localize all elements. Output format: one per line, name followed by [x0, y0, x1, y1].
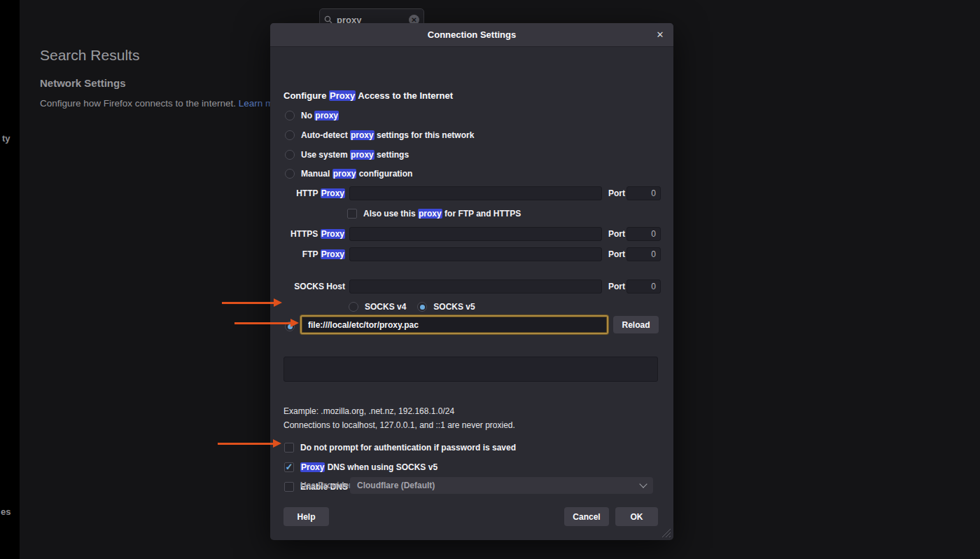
description-text: Configure how Firefox connects to the in… [40, 98, 239, 109]
proxy-dns-row[interactable]: ✓ Proxy DNS when using SOCKS v5 [284, 460, 438, 474]
annotation-arrow-pac-url [234, 322, 290, 324]
http-proxy-input[interactable] [349, 186, 602, 200]
reload-button[interactable]: Reload [613, 316, 659, 333]
no-proxy-example-text: Example: .mozilla.org, .net.nz, 192.168.… [284, 406, 454, 416]
http-port-label: Port [608, 188, 624, 198]
annotation-arrow-automatic-proxy [222, 302, 274, 304]
sidebar-item-fragment-top: ty [2, 133, 10, 144]
https-proxy-label: HTTPS Proxy [284, 229, 345, 239]
section-title-network-settings: Network Settings [40, 77, 126, 89]
auto-detect-proxy-label: Auto-detect proxy settings for this netw… [301, 130, 474, 140]
no-proxy-radio[interactable] [285, 111, 295, 120]
radio-row-auto-detect[interactable]: Auto-detect proxy settings for this netw… [285, 128, 474, 142]
socks-v4-label: SOCKS v4 [365, 302, 406, 312]
dialog-heading: Configure Proxy Access to the Internet [284, 90, 453, 101]
cancel-button[interactable]: Cancel [564, 507, 609, 526]
socks-v4-radio[interactable] [349, 302, 358, 312]
socks-port-label: Port [608, 282, 624, 291]
no-auth-prompt-label: Do not prompt for authentication if pass… [300, 443, 516, 453]
no-proxy-for-textarea[interactable] [284, 357, 658, 382]
localhost-note-text: Connections to localhost, 127.0.0.1, and… [284, 420, 515, 430]
sidebar-item-fragment-bottom: es [1, 506, 10, 517]
close-icon[interactable]: ✕ [652, 27, 668, 43]
socks-v5-radio[interactable] [417, 302, 427, 312]
proxy-dns-checkbox[interactable]: ✓ [284, 462, 294, 472]
auth-prompt-row[interactable]: ✓ Do not prompt for authentication if pa… [284, 441, 516, 455]
pac-url-input[interactable] [300, 315, 608, 334]
radio-row-manual-proxy[interactable]: Manual proxy configuration [285, 167, 412, 181]
dialog-title: Connection Settings [270, 23, 673, 46]
pac-url-row: Reload [300, 315, 659, 334]
ok-button[interactable]: OK [615, 507, 658, 526]
https-proxy-row: HTTPS Proxy Port [284, 227, 661, 241]
manual-proxy-radio[interactable] [285, 169, 295, 179]
socks-host-label: SOCKS Host [284, 282, 345, 291]
socks-host-row: SOCKS Host Port [284, 280, 661, 294]
connection-settings-dialog: Connection Settings ✕ Configure Proxy Ac… [270, 23, 673, 540]
dns-over-https-checkbox[interactable]: ✓ [284, 482, 294, 492]
also-use-proxy-checkbox[interactable]: ✓ [347, 209, 357, 219]
ftp-proxy-input[interactable] [349, 247, 602, 261]
radio-row-system-proxy[interactable]: Use system proxy settings [285, 148, 409, 162]
ftp-proxy-label: FTP Proxy [284, 249, 345, 259]
dialog-footer: Help Cancel OK [284, 507, 658, 526]
dns-provider-row: Use Provider Cloudflare (Default) [300, 477, 653, 494]
network-settings-description: Configure how Firefox connects to the in… [40, 98, 287, 109]
socks-port-input[interactable] [626, 280, 661, 294]
dns-provider-value: Cloudflare (Default) [357, 481, 640, 490]
https-proxy-input[interactable] [349, 227, 602, 241]
system-proxy-label: Use system proxy settings [301, 150, 409, 160]
annotation-arrow-proxy-dns [218, 443, 273, 445]
proxy-dns-label: Proxy DNS when using SOCKS v5 [300, 462, 438, 472]
socks-host-input[interactable] [349, 280, 602, 294]
chevron-down-icon [639, 480, 647, 488]
also-use-proxy-row[interactable]: ✓ Also use this proxy for FTP and HTTPS [347, 207, 521, 221]
socks-version-row: SOCKS v4 SOCKS v5 [349, 300, 475, 314]
no-auth-prompt-checkbox[interactable]: ✓ [284, 443, 294, 453]
http-proxy-label: HTTP Proxy [284, 188, 345, 198]
dialog-header: Connection Settings ✕ [270, 23, 673, 47]
no-proxy-label: No proxy [301, 111, 339, 120]
system-proxy-radio[interactable] [285, 150, 295, 160]
https-port-label: Port [608, 229, 624, 239]
ftp-port-label: Port [608, 249, 624, 259]
resize-grip[interactable] [662, 528, 671, 537]
http-proxy-row: HTTP Proxy Port [284, 186, 661, 200]
http-port-input[interactable] [626, 186, 661, 200]
ftp-port-input[interactable] [626, 247, 661, 261]
dns-provider-select[interactable]: Cloudflare (Default) [350, 477, 653, 494]
manual-proxy-label: Manual proxy configuration [301, 169, 412, 179]
https-port-input[interactable] [626, 227, 661, 241]
page-title: Search Results [40, 47, 139, 64]
use-provider-label: Use Provider [300, 481, 346, 490]
ftp-proxy-row: FTP Proxy Port [284, 247, 661, 261]
auto-detect-proxy-radio[interactable] [285, 130, 295, 140]
radio-row-no-proxy[interactable]: No proxy [285, 109, 339, 123]
also-use-proxy-label: Also use this proxy for FTP and HTTPS [363, 209, 521, 219]
help-button[interactable]: Help [284, 507, 329, 526]
socks-v5-label: SOCKS v5 [433, 302, 475, 312]
